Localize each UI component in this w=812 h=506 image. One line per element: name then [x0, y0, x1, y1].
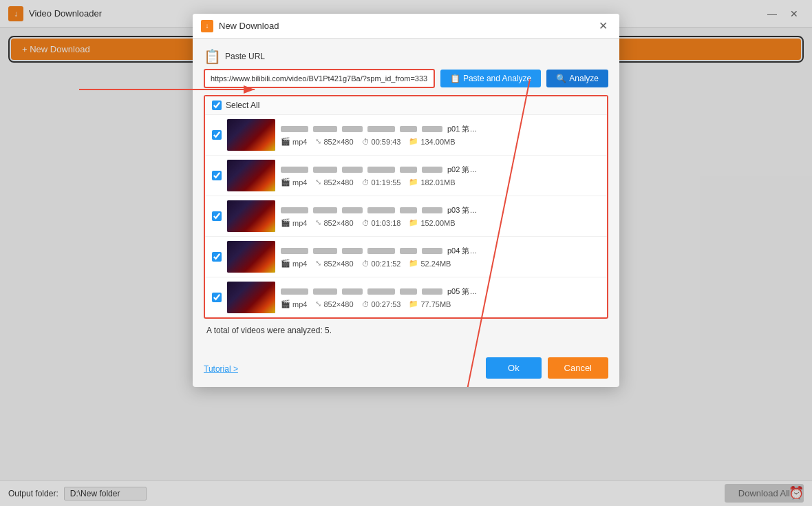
clock-icon-4: ⏱	[362, 260, 370, 268]
video-meta-2: 🎬 mp4 ⤡ 852×480 ⏱ 01:19:55	[281, 178, 600, 187]
select-all-row: Select All	[205, 96, 607, 115]
url-input[interactable]	[204, 69, 435, 88]
folder-icon-5: 📁	[409, 299, 418, 308]
video-title-row-3: p03 第…	[281, 205, 600, 215]
duration-4: ⏱ 00:21:52	[362, 260, 401, 268]
size-5: 📁 77.75MB	[409, 299, 451, 308]
duration-5: ⏱ 00:27:53	[362, 300, 401, 308]
paste-and-analyze-button[interactable]: 📋 Paste and Analyze	[440, 70, 541, 87]
video-checkbox-5[interactable]	[212, 293, 222, 302]
video-meta-5: 🎬 mp4 ⤡ 852×480 ⏱ 00:27:53	[281, 299, 600, 308]
url-input-row: 📋 Paste and Analyze 🔍 Analyze	[204, 69, 608, 88]
video-episode-2: p02 第…	[447, 165, 477, 175]
video-episode-4: p04 第…	[447, 246, 477, 256]
folder-icon-1: 📁	[409, 137, 418, 146]
resize-icon-1: ⤡	[315, 137, 321, 146]
modal-overlay: ↓ New Download ✕ 📋 Paste URL	[0, 0, 812, 506]
resolution-4: ⤡ 852×480	[315, 259, 353, 268]
resolution-3: ⤡ 852×480	[315, 218, 353, 227]
video-episode-3: p03 第…	[447, 205, 477, 215]
video-episode-1: p01 第…	[447, 124, 477, 134]
video-info-3: p03 第… 🎬 mp4 ⤡ 852×480	[281, 205, 600, 227]
video-thumbnail-1	[227, 119, 275, 151]
film-icon-3: 🎬	[281, 218, 290, 227]
resolution-1: ⤡ 852×480	[315, 137, 353, 146]
clock-icon-1: ⏱	[362, 138, 370, 146]
video-item-2: p02 第… 🎬 mp4 ⤡ 852×480	[205, 156, 607, 196]
video-checkbox-3[interactable]	[212, 211, 222, 221]
film-icon-5: 🎬	[281, 299, 290, 308]
video-thumbnail-2	[227, 160, 275, 191]
format-1: 🎬 mp4	[281, 137, 307, 146]
format-2: 🎬 mp4	[281, 178, 307, 187]
video-list-container: Select All	[204, 95, 608, 319]
film-icon-4: 🎬	[281, 259, 290, 268]
size-1: 📁 134.00MB	[409, 137, 455, 146]
resolution-5: ⤡ 852×480	[315, 299, 353, 308]
footer-left: Tutorial >	[204, 362, 486, 375]
video-info-2: p02 第… 🎬 mp4 ⤡ 852×480	[281, 165, 600, 187]
clock-icon-3: ⏱	[362, 219, 370, 227]
size-4: 📁 52.24MB	[409, 259, 451, 268]
folder-icon-3: 📁	[409, 218, 418, 227]
video-meta-1: 🎬 mp4 ⤡ 852×480 ⏱ 00:59:43	[281, 137, 600, 146]
modal-body: 📋 Paste URL 📋 Paste and Analyze 🔍 Analyz…	[193, 39, 619, 352]
video-title-row-2: p02 第…	[281, 165, 600, 175]
paste-icon: 📋	[204, 48, 221, 65]
modal-footer: Tutorial > Ok Cancel	[193, 352, 619, 387]
duration-3: ⏱ 01:03:18	[362, 219, 401, 227]
app-window: ↓ Video Downloader — ✕ + New Download Ou…	[0, 0, 812, 506]
video-checkbox-4[interactable]	[212, 252, 222, 262]
clock-icon-2: ⏱	[362, 178, 370, 187]
resize-icon-2: ⤡	[315, 178, 321, 187]
size-2: 📁 182.01MB	[409, 178, 455, 187]
video-thumbnail-4	[227, 241, 275, 273]
paste-url-label: 📋 Paste URL	[204, 48, 608, 65]
new-download-modal: ↓ New Download ✕ 📋 Paste URL	[193, 14, 619, 387]
video-meta-4: 🎬 mp4 ⤡ 852×480 ⏱ 00:21:52	[281, 259, 600, 268]
film-icon-1: 🎬	[281, 137, 290, 146]
format-5: 🎬 mp4	[281, 299, 307, 308]
resize-icon-5: ⤡	[315, 299, 321, 308]
video-meta-3: 🎬 mp4 ⤡ 852×480 ⏱ 01:03:18	[281, 218, 600, 227]
analyze-icon: 🔍	[556, 74, 566, 83]
film-icon-2: 🎬	[281, 178, 290, 187]
resize-icon-3: ⤡	[315, 218, 321, 227]
modal-titlebar: ↓ New Download ✕	[193, 14, 619, 39]
duration-1: ⏱ 00:59:43	[362, 138, 401, 146]
resize-icon-4: ⤡	[315, 259, 321, 268]
format-4: 🎬 mp4	[281, 259, 307, 268]
video-info-1: p01 第… 🎬 mp4 ⤡ 852×480	[281, 124, 600, 146]
folder-icon-2: 📁	[409, 178, 418, 187]
folder-icon-4: 📁	[409, 259, 418, 268]
modal-icon: ↓	[201, 20, 213, 32]
select-all-label: Select All	[226, 101, 259, 110]
modal-title: New Download	[219, 21, 279, 31]
video-checkbox-1[interactable]	[212, 130, 222, 140]
format-3: 🎬 mp4	[281, 218, 307, 227]
duration-2: ⏱ 01:19:55	[362, 178, 401, 187]
video-episode-5: p05 第…	[447, 286, 477, 297]
ok-button[interactable]: Ok	[486, 357, 542, 379]
cancel-button[interactable]: Cancel	[548, 357, 608, 379]
paste-url-section: 📋 Paste URL 📋 Paste and Analyze 🔍 Analyz…	[204, 48, 608, 88]
modal-title-left: ↓ New Download	[201, 20, 279, 32]
video-info-4: p04 第… 🎬 mp4 ⤡ 852×480	[281, 246, 600, 268]
video-item-5: p05 第… 🎬 mp4 ⤡ 852×480	[205, 277, 607, 317]
video-item-3: p03 第… 🎬 mp4 ⤡ 852×480	[205, 196, 607, 237]
analyzed-total: A total of videos were analyzed: 5.	[204, 326, 608, 335]
analyze-button[interactable]: 🔍 Analyze	[546, 70, 608, 87]
size-3: 📁 152.00MB	[409, 218, 455, 227]
video-thumbnail-3	[227, 200, 275, 232]
modal-close-button[interactable]: ✕	[595, 18, 611, 34]
tutorial-link[interactable]: Tutorial >	[204, 364, 238, 374]
video-title-row-1: p01 第…	[281, 124, 600, 134]
resolution-2: ⤡ 852×480	[315, 178, 353, 187]
video-info-5: p05 第… 🎬 mp4 ⤡ 852×480	[281, 286, 600, 308]
video-item-4: p04 第… 🎬 mp4 ⤡ 852×480	[205, 237, 607, 277]
video-title-row-4: p04 第…	[281, 246, 600, 256]
video-item-1: p01 第… 🎬 mp4 ⤡ 852×480	[205, 115, 607, 156]
video-checkbox-2[interactable]	[212, 171, 222, 180]
clock-icon-5: ⏱	[362, 300, 370, 308]
select-all-checkbox[interactable]	[212, 101, 222, 110]
